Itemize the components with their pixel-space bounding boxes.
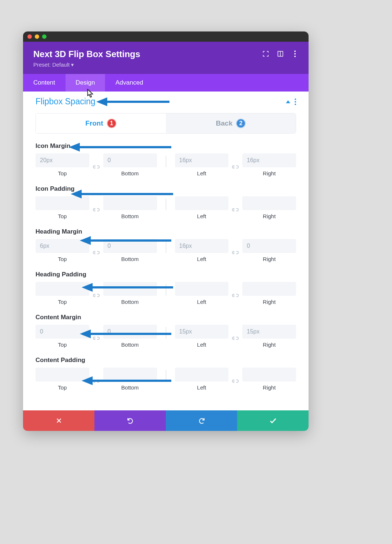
caption-right: Right (242, 170, 296, 176)
contentMargin-right-input[interactable] (242, 325, 296, 339)
icon-padding-group: Icon Padding Top Bottom Left Right (36, 185, 296, 219)
iconMargin-top-input[interactable] (36, 153, 89, 167)
field-label: Content Padding (36, 357, 296, 364)
more-icon[interactable] (292, 51, 298, 57)
columns-icon[interactable] (277, 51, 284, 57)
caption-top: Top (36, 299, 89, 305)
field-label: Content Margin (36, 314, 296, 321)
redo-button[interactable] (166, 410, 237, 431)
link-icon[interactable] (89, 153, 103, 176)
tab-advanced[interactable]: Advanced (105, 74, 153, 92)
caption-top: Top (36, 170, 89, 176)
iconMargin-bottom-input[interactable] (103, 153, 157, 167)
svg-point-2 (294, 51, 296, 52)
headingMargin-bottom-input[interactable] (103, 239, 157, 253)
iconPadding-bottom-input[interactable] (103, 196, 157, 210)
subtab-back[interactable]: Back 2 (166, 113, 296, 133)
field-label: Heading Padding (36, 271, 296, 278)
window-close-dot[interactable] (27, 34, 32, 39)
caption-right: Right (242, 213, 296, 219)
divider (166, 327, 166, 339)
divider (166, 241, 166, 253)
collapse-icon[interactable] (286, 100, 290, 103)
caption-bottom: Bottom (103, 342, 157, 348)
caption-top: Top (36, 256, 89, 262)
contentPadding-bottom-input[interactable] (103, 368, 157, 381)
field-label: Icon Margin (36, 142, 296, 150)
link-icon[interactable] (228, 153, 242, 176)
badge-2: 2 (236, 119, 246, 128)
divider (166, 156, 166, 167)
panel-body: Flipbox Spacing Front 1 Back 2 Icon Marg… (23, 92, 309, 410)
caption-left: Left (175, 213, 229, 219)
window-minimize-dot[interactable] (35, 34, 39, 39)
settings-window: Next 3D Flip Box Settings Preset: Defaul… (23, 31, 309, 431)
caption-right: Right (242, 256, 296, 262)
tab-content[interactable]: Content (23, 74, 66, 92)
contentPadding-top-input[interactable] (36, 368, 89, 381)
link-icon[interactable] (89, 368, 103, 391)
headingMargin-top-input[interactable] (36, 239, 89, 253)
cancel-button[interactable] (23, 410, 94, 431)
svg-point-3 (294, 53, 296, 55)
content-margin-group: Content Margin Top Bottom Left Right (36, 314, 296, 348)
caption-bottom: Bottom (103, 384, 157, 391)
iconMargin-left-input[interactable] (175, 153, 229, 167)
caption-right: Right (242, 384, 296, 391)
link-icon[interactable] (89, 196, 103, 219)
caption-left: Left (175, 170, 229, 176)
modal-footer (23, 410, 309, 431)
field-label: Icon Padding (36, 185, 296, 193)
link-icon[interactable] (228, 196, 242, 219)
link-icon[interactable] (228, 325, 242, 348)
link-icon[interactable] (228, 282, 242, 305)
undo-button[interactable] (94, 410, 166, 431)
contentPadding-left-input[interactable] (175, 368, 229, 381)
tab-design[interactable]: Design (66, 74, 105, 92)
content-padding-group: Content Padding Top Bottom Left Right (36, 357, 296, 391)
expand-icon[interactable] (262, 51, 269, 57)
iconPadding-right-input[interactable] (242, 196, 296, 210)
caption-left: Left (175, 256, 229, 262)
section-title[interactable]: Flipbox Spacing (36, 97, 96, 107)
caption-left: Left (175, 342, 229, 348)
subtab-front[interactable]: Front 1 (36, 113, 166, 133)
contentMargin-left-input[interactable] (175, 325, 229, 339)
link-icon[interactable] (89, 325, 103, 348)
subtab-front-label: Front (85, 119, 103, 127)
headingMargin-right-input[interactable] (242, 239, 296, 253)
divider (166, 198, 166, 210)
save-button[interactable] (237, 410, 309, 431)
headingPadding-left-input[interactable] (175, 282, 229, 296)
caption-left: Left (175, 299, 229, 305)
caption-top: Top (36, 213, 89, 219)
preset-selector[interactable]: Preset: Default ▾ (33, 62, 140, 68)
contentMargin-top-input[interactable] (36, 325, 89, 339)
link-icon[interactable] (228, 368, 242, 391)
caption-bottom: Bottom (103, 256, 157, 262)
headingPadding-right-input[interactable] (242, 282, 296, 296)
caption-top: Top (36, 384, 89, 391)
link-icon[interactable] (89, 282, 103, 305)
window-titlebar (23, 31, 309, 42)
section-options-icon[interactable] (295, 98, 296, 105)
headingPadding-top-input[interactable] (36, 282, 89, 296)
modal-title: Next 3D Flip Box Settings (33, 49, 140, 59)
front-back-tabs: Front 1 Back 2 (36, 113, 296, 134)
main-tabs: Content Design Advanced (23, 74, 309, 92)
divider (166, 370, 166, 381)
iconPadding-left-input[interactable] (175, 196, 229, 210)
iconMargin-right-input[interactable] (242, 153, 296, 167)
field-label: Heading Margin (36, 228, 296, 235)
link-icon[interactable] (228, 239, 242, 262)
subtab-back-label: Back (216, 119, 232, 127)
contentMargin-bottom-input[interactable] (103, 325, 157, 339)
headingMargin-left-input[interactable] (175, 239, 229, 253)
iconPadding-top-input[interactable] (36, 196, 89, 210)
headingPadding-bottom-input[interactable] (103, 282, 157, 296)
link-icon[interactable] (89, 239, 103, 262)
caption-top: Top (36, 342, 89, 348)
modal-header: Next 3D Flip Box Settings Preset: Defaul… (23, 42, 309, 74)
window-zoom-dot[interactable] (42, 34, 46, 39)
contentPadding-right-input[interactable] (242, 368, 296, 381)
